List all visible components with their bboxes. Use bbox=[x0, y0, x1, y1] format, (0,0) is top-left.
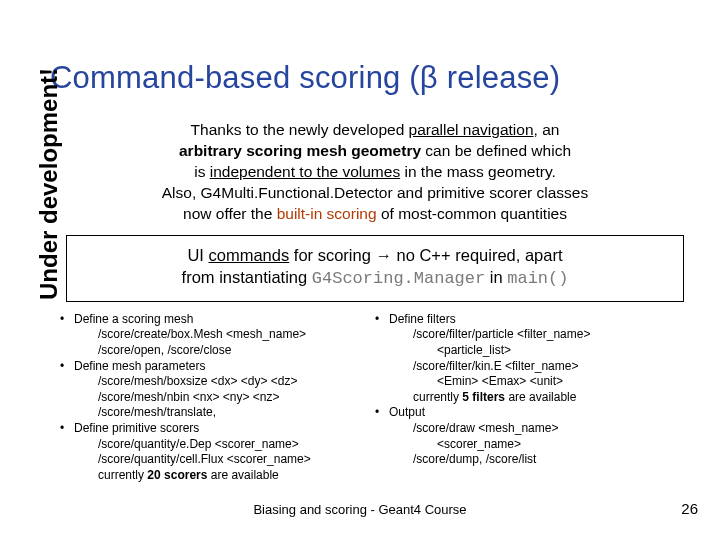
t: Define filters bbox=[389, 312, 690, 328]
t: commands bbox=[209, 246, 290, 264]
bullet-icon: • bbox=[375, 312, 389, 406]
t: for scoring → no C++ required, apart bbox=[289, 246, 562, 264]
t: built-in scoring bbox=[277, 205, 377, 222]
bullet-icon: • bbox=[60, 312, 74, 359]
t: Thanks to the newly developed bbox=[191, 121, 409, 138]
t: now offer the bbox=[183, 205, 277, 222]
list-item: • Output /score/draw <mesh_name> <scorer… bbox=[375, 405, 690, 467]
intro-paragraph: Thanks to the newly developed parallel n… bbox=[60, 120, 690, 225]
t: in bbox=[485, 268, 507, 286]
t: /score/quantity/e.Dep <scorer_name> bbox=[74, 437, 375, 453]
t: can be defined which bbox=[421, 142, 571, 159]
slide: Command-based scoring (β release) Under … bbox=[0, 0, 720, 540]
t: UI bbox=[187, 246, 208, 264]
t: <scorer_name> bbox=[389, 437, 690, 453]
t: <Emin> <Emax> <unit> bbox=[389, 374, 690, 390]
t: currently 20 scorers are available bbox=[74, 468, 375, 484]
t: /score/filter/kin.E <filter_name> bbox=[389, 359, 690, 375]
t: /score/quantity/cell.Flux <scorer_name> bbox=[74, 452, 375, 468]
right-column: • Define filters /score/filter/particle … bbox=[375, 312, 690, 484]
t: /score/draw <mesh_name> bbox=[389, 421, 690, 437]
t: parallel navigation bbox=[409, 121, 534, 138]
t: currently 5 filters are available bbox=[389, 390, 690, 406]
t: independent to the volumes bbox=[210, 163, 400, 180]
bullet-icon: • bbox=[375, 405, 389, 467]
code: G4Scoring.Manager bbox=[312, 269, 485, 288]
t: /score/create/box.Mesh <mesh_name> bbox=[74, 327, 375, 343]
t: , an bbox=[534, 121, 560, 138]
page-number: 26 bbox=[681, 500, 698, 517]
t: of most-common quantities bbox=[377, 205, 567, 222]
t: Output bbox=[389, 405, 690, 421]
list-item: • Define mesh parameters /score/mesh/box… bbox=[60, 359, 375, 421]
footer-text: Biasing and scoring - Geant4 Course bbox=[0, 502, 720, 517]
t: is bbox=[194, 163, 210, 180]
t: from instantiating bbox=[182, 268, 312, 286]
page-title: Command-based scoring (β release) bbox=[50, 60, 690, 96]
bullet-icon: • bbox=[60, 359, 74, 421]
t: /score/dump, /score/list bbox=[389, 452, 690, 468]
list-item: • Define filters /score/filter/particle … bbox=[375, 312, 690, 406]
content: Thanks to the newly developed parallel n… bbox=[60, 120, 690, 483]
t: /score/mesh/nbin <nx> <ny> <nz> bbox=[74, 390, 375, 406]
t: /score/mesh/translate, bbox=[74, 405, 375, 421]
t: Define primitive scorers bbox=[74, 421, 375, 437]
list-item: • Define a scoring mesh /score/create/bo… bbox=[60, 312, 375, 359]
sidebar-label: Under development! bbox=[35, 68, 63, 300]
t: arbitrary scoring mesh geometry bbox=[179, 142, 421, 159]
lists: • Define a scoring mesh /score/create/bo… bbox=[60, 312, 690, 484]
t: /score/open, /score/close bbox=[74, 343, 375, 359]
t: Also, G4Multi.Functional.Detector and pr… bbox=[162, 184, 588, 201]
bullet-icon: • bbox=[60, 421, 74, 483]
t: /score/mesh/boxsize <dx> <dy> <dz> bbox=[74, 374, 375, 390]
callout-box: UI commands for scoring → no C++ require… bbox=[66, 235, 684, 302]
t: in the mass geometry. bbox=[400, 163, 556, 180]
t: Define mesh parameters bbox=[74, 359, 375, 375]
left-column: • Define a scoring mesh /score/create/bo… bbox=[60, 312, 375, 484]
t: <particle_list> bbox=[389, 343, 690, 359]
code: main() bbox=[507, 269, 568, 288]
t: /score/filter/particle <filter_name> bbox=[389, 327, 690, 343]
t: Define a scoring mesh bbox=[74, 312, 375, 328]
list-item: • Define primitive scorers /score/quanti… bbox=[60, 421, 375, 483]
